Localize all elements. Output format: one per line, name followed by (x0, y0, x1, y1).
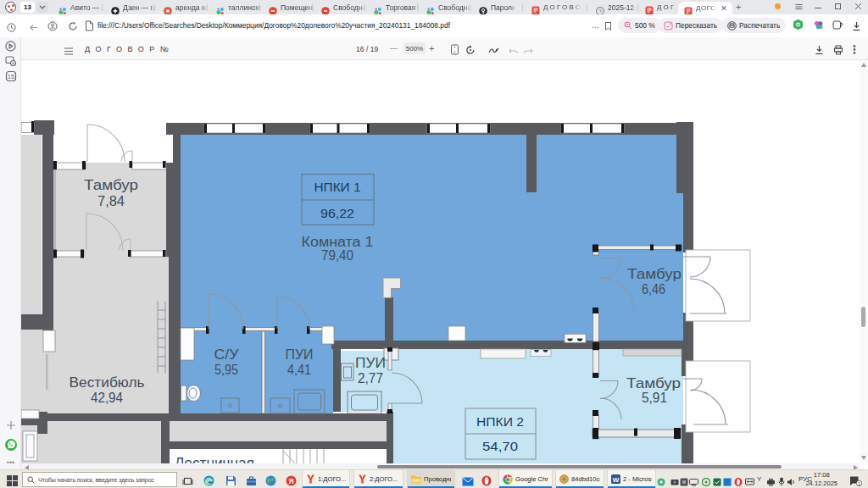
tray-camera-icon[interactable] (670, 474, 679, 488)
downloads-icon[interactable] (852, 19, 861, 35)
floppy-icon[interactable] (225, 474, 236, 488)
tray-antivirus-icon[interactable] (657, 474, 665, 488)
tray-opera-icon[interactable] (734, 474, 743, 488)
taskbar-button-chrome[interactable]: Google Chr... (498, 470, 553, 488)
tray-y-icon[interactable]: Y (757, 475, 761, 483)
calendar-icon[interactable]: 15 (0, 70, 21, 86)
extension-collections-icon[interactable] (813, 19, 824, 34)
page-number-input[interactable]: 16 (356, 45, 364, 53)
extension-cards-icon[interactable] (832, 19, 843, 34)
browser-tab-9[interactable]: догово (526, 0, 587, 14)
taskbar-search[interactable]: Чтобы начать поиск, введите здесь запрос (22, 472, 177, 487)
undo-icon[interactable] (509, 44, 519, 59)
explorer-icon (411, 475, 421, 484)
fit-page-icon[interactable] (450, 43, 459, 58)
scroll-up-icon[interactable] (861, 63, 866, 69)
tray-printer-icon[interactable] (766, 474, 776, 488)
tray-teamviewer-icon[interactable] (745, 474, 754, 488)
url-text[interactable]: file:///C:/Users/Office/Searches/Desktop… (97, 21, 450, 30)
clock-date: 24.12.2025 (805, 480, 837, 488)
print-icon[interactable] (833, 43, 843, 58)
vertical-scroll-thumb[interactable] (861, 307, 865, 327)
tray-volume-icon[interactable] (787, 474, 796, 488)
edge-icon[interactable] (203, 474, 214, 488)
pdf-menu-icon[interactable] (64, 44, 74, 59)
tray-blue-icon[interactable] (723, 474, 732, 488)
tab-title: таллински (228, 3, 263, 12)
print-pill[interactable]: Распечатать (721, 18, 786, 33)
profile-avatar-icon[interactable] (5, 2, 16, 13)
reload-icon[interactable] (68, 19, 78, 35)
taskbar-clock[interactable]: 17:08 24.12.2025 (805, 471, 837, 488)
minimize-button[interactable] (815, 3, 822, 13)
zoom-in-button[interactable]: + (429, 43, 434, 53)
summarize-pill[interactable]: Пересказать (658, 18, 723, 33)
browser-tab-1[interactable]: Дзен — гла (105, 0, 158, 14)
browser-tab-5[interactable]: Свободно (315, 0, 368, 14)
browser-tab-11[interactable]: догово (639, 0, 676, 14)
taskbar-button-word[interactable]: W 2 - Microso... (607, 470, 656, 488)
rotate-icon[interactable] (465, 43, 476, 58)
video-panel-icon[interactable] (0, 40, 21, 55)
maximize-button[interactable] (834, 3, 842, 13)
add-panel-icon[interactable] (0, 419, 21, 434)
browser-tab-8[interactable]: Пароли (473, 0, 522, 14)
browser-tab-4[interactable]: Помещени (263, 0, 315, 14)
draw-icon[interactable] (488, 43, 499, 58)
yandex-icon[interactable]: Я (286, 474, 297, 488)
download-icon[interactable] (815, 43, 824, 58)
taskbar-button-misc[interactable]: 84dbd10c4... (555, 470, 604, 488)
bookmark-icon[interactable] (604, 19, 613, 35)
close-button[interactable] (854, 3, 862, 13)
tray-security-icon[interactable] (713, 474, 721, 488)
back-icon[interactable] (29, 20, 38, 36)
briefcase-icon[interactable] (246, 474, 257, 488)
browser-tab-0[interactable]: Авито — О (53, 0, 105, 14)
tray-display-icon[interactable] (689, 474, 698, 488)
sidebar-more-icon[interactable]: ••• (0, 458, 21, 467)
taskbar-button-explorer[interactable]: Проводник (407, 470, 455, 488)
start-button[interactable] (7, 474, 18, 488)
zoom-level[interactable]: 500% (403, 42, 426, 54)
taskbar-button-doc2[interactable]: 2:ДОГО... (353, 470, 403, 488)
browser-tab-10[interactable]: 2025-12-24 (590, 0, 637, 14)
tab-counter[interactable]: 13 (20, 2, 35, 13)
more-actions-icon[interactable]: ⋯ (592, 23, 599, 31)
promo-icon[interactable] (774, 3, 782, 13)
room-area-vestibule: 42,94 (91, 390, 123, 406)
tray-mic-icon[interactable] (778, 474, 785, 488)
history-icon[interactable] (7, 20, 16, 36)
room-left-band (21, 135, 42, 413)
mail-icon[interactable] (462, 474, 474, 488)
kebab-menu-icon[interactable] (853, 43, 856, 58)
vertical-scrollbar[interactable] (860, 60, 868, 463)
menu-icon[interactable] (795, 3, 803, 13)
browser-tab-12[interactable]: дого✕ (678, 2, 732, 14)
browser-tab-7[interactable]: Свободно (420, 0, 473, 14)
browser-tab-6[interactable]: Торговая п (368, 0, 420, 14)
browser-tab-2[interactable]: аренда ко (158, 0, 210, 14)
scroll-down-icon[interactable] (861, 456, 866, 462)
tab-close-icon[interactable]: ✕ (721, 4, 727, 13)
notification-icon[interactable]: 1 (849, 474, 862, 488)
profile-protect-icon[interactable] (47, 19, 58, 35)
pdf-page[interactable]: Тамбур 7,84 Комната 1 79,40 С/У 5,95 ПУИ… (21, 60, 860, 463)
task-view-icon[interactable] (182, 474, 193, 488)
new-tab-button[interactable]: + (736, 3, 741, 12)
tray-app-icon[interactable] (680, 474, 688, 488)
tray-nvidia-icon[interactable] (702, 474, 710, 488)
npki1-label: НПКИ 1 (314, 180, 361, 194)
redo-icon[interactable] (523, 44, 533, 59)
taskbar-button-doc1[interactable]: 1:ДОГО... (302, 470, 350, 488)
horizontal-scroll-thumb[interactable] (377, 465, 782, 469)
chevron-down-icon[interactable] (36, 2, 48, 13)
extension-shield-icon[interactable] (793, 19, 804, 34)
zoom-pill[interactable]: 500 % (618, 18, 661, 33)
globe-icon[interactable] (265, 474, 276, 488)
screenshot-icon[interactable] (0, 55, 21, 70)
whatsapp-icon[interactable] (0, 438, 21, 455)
zoom-out-button[interactable]: — (390, 44, 398, 53)
opera-icon[interactable] (481, 474, 492, 488)
horizontal-scrollbar[interactable] (21, 463, 860, 469)
browser-tab-3[interactable]: таллински (210, 0, 263, 14)
